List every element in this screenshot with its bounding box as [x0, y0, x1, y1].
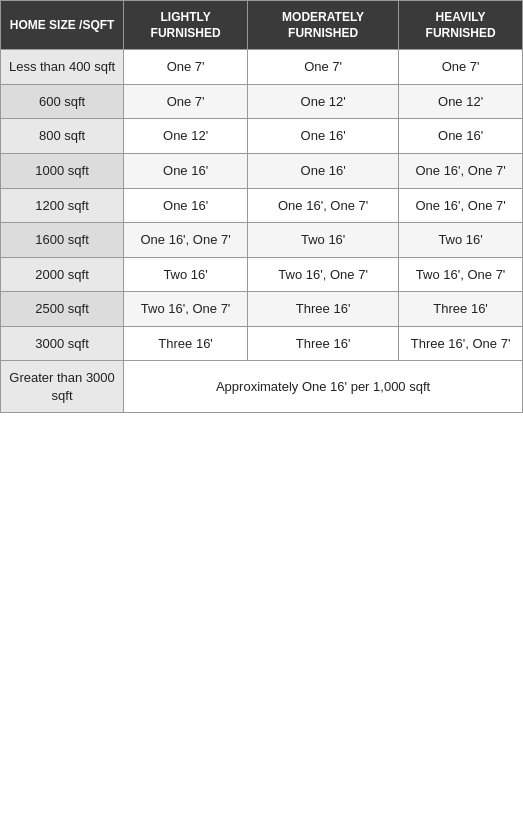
cell-size: 1200 sqft — [1, 188, 124, 223]
cell-size: Greater than 3000 sqft — [1, 361, 124, 413]
cell-moderately: Two 16' — [248, 223, 399, 258]
table-row: Greater than 3000 sqftApproximately One … — [1, 361, 523, 413]
table-row: 2000 sqftTwo 16'Two 16', One 7'Two 16', … — [1, 257, 523, 292]
cell-heavily: One 16', One 7' — [399, 188, 523, 223]
header-moderately: MODERATELY FURNISHED — [248, 1, 399, 50]
cell-moderately: Three 16' — [248, 326, 399, 361]
table-row: 600 sqftOne 7'One 12'One 12' — [1, 84, 523, 119]
header-heavily: HEAVILY FURNISHED — [399, 1, 523, 50]
cell-lightly: Two 16' — [124, 257, 248, 292]
cell-heavily: One 7' — [399, 50, 523, 85]
header-home-size: HOME SIZE /SQFT — [1, 1, 124, 50]
cell-moderately: One 16' — [248, 119, 399, 154]
cell-size: 800 sqft — [1, 119, 124, 154]
table-row: Less than 400 sqftOne 7'One 7'One 7' — [1, 50, 523, 85]
cell-size: 1600 sqft — [1, 223, 124, 258]
cell-moderately: One 7' — [248, 50, 399, 85]
cell-lightly: Two 16', One 7' — [124, 292, 248, 327]
cell-size: 1000 sqft — [1, 154, 124, 189]
cell-moderately: Three 16' — [248, 292, 399, 327]
home-size-table: HOME SIZE /SQFT LIGHTLY FURNISHED MODERA… — [0, 0, 523, 413]
cell-size: Less than 400 sqft — [1, 50, 124, 85]
cell-heavily: Three 16' — [399, 292, 523, 327]
cell-lightly: One 7' — [124, 50, 248, 85]
cell-size: 2000 sqft — [1, 257, 124, 292]
cell-heavily: Two 16', One 7' — [399, 257, 523, 292]
table-row: 1000 sqftOne 16'One 16'One 16', One 7' — [1, 154, 523, 189]
cell-moderately: One 16', One 7' — [248, 188, 399, 223]
table-row: 3000 sqftThree 16'Three 16'Three 16', On… — [1, 326, 523, 361]
table-row: 1200 sqftOne 16'One 16', One 7'One 16', … — [1, 188, 523, 223]
cell-moderately: One 16' — [248, 154, 399, 189]
cell-heavily: Three 16', One 7' — [399, 326, 523, 361]
cell-size: 2500 sqft — [1, 292, 124, 327]
cell-heavily: One 16', One 7' — [399, 154, 523, 189]
cell-size: 600 sqft — [1, 84, 124, 119]
header-lightly: LIGHTLY FURNISHED — [124, 1, 248, 50]
cell-lightly: One 16', One 7' — [124, 223, 248, 258]
table-row: 800 sqftOne 12'One 16'One 16' — [1, 119, 523, 154]
cell-lightly: One 16' — [124, 154, 248, 189]
cell-heavily: One 16' — [399, 119, 523, 154]
cell-heavily: Two 16' — [399, 223, 523, 258]
table-row: 2500 sqftTwo 16', One 7'Three 16'Three 1… — [1, 292, 523, 327]
cell-heavily: One 12' — [399, 84, 523, 119]
cell-size: 3000 sqft — [1, 326, 124, 361]
cell-lightly: One 16' — [124, 188, 248, 223]
cell-moderately: One 12' — [248, 84, 399, 119]
cell-lightly: One 7' — [124, 84, 248, 119]
cell-moderately: Two 16', One 7' — [248, 257, 399, 292]
table-row: 1600 sqftOne 16', One 7'Two 16'Two 16' — [1, 223, 523, 258]
cell-merged: Approximately One 16' per 1,000 sqft — [124, 361, 523, 413]
cell-lightly: One 12' — [124, 119, 248, 154]
cell-lightly: Three 16' — [124, 326, 248, 361]
